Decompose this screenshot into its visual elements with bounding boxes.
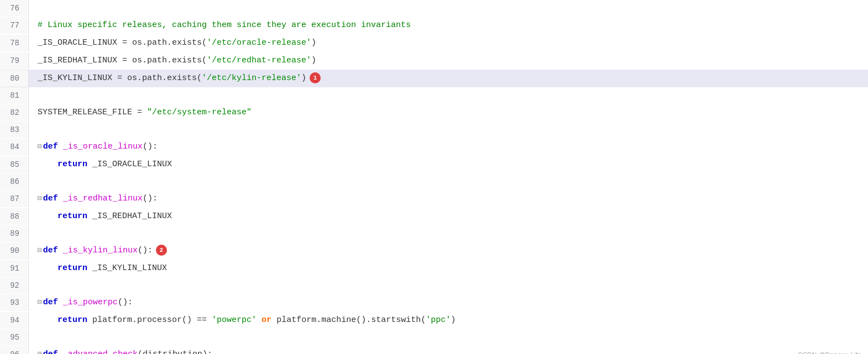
token: def (43, 346, 58, 354)
line-number: 85 (0, 156, 29, 173)
token: _IS_REDHAT_LINUX = os.path.exists( (38, 52, 207, 69)
token: 'powerpc' (212, 312, 257, 329)
line-number: 80 (0, 70, 29, 87)
token: _is_oracle_linux (63, 139, 143, 155)
token: SYSTEM_RELEASE_FILE = (38, 104, 147, 121)
token: _is_redhat_linux (63, 191, 143, 207)
code-line: 79_IS_REDHAT_LINUX = os.path.exists('/et… (0, 52, 868, 70)
token: platform.processor() == (87, 312, 212, 329)
line-number: 79 (0, 52, 29, 69)
code-line: 85 return _IS_ORACLE_LINUX (0, 156, 868, 173)
token (58, 294, 63, 311)
code-content: # Linux specific releases, caching them … (29, 17, 411, 34)
code-content: return platform.processor() == 'powerpc'… (29, 312, 456, 329)
line-number: 91 (0, 260, 29, 277)
token: return (57, 208, 87, 225)
code-content: ⊟def _advanced_check(distribution): (29, 346, 212, 354)
code-line: 78_IS_ORACLE_LINUX = os.path.exists('/et… (0, 34, 868, 52)
code-line: 93⊟def _is_powerpc(): (0, 294, 868, 311)
line-number: 81 (0, 87, 29, 104)
token: ) (311, 35, 316, 51)
token: def (43, 242, 58, 259)
code-line: 77# Linux specific releases, caching the… (0, 17, 868, 34)
token: '/etc/kylin-release' (202, 70, 301, 87)
code-line-empty: 92 (0, 277, 868, 294)
token: "/etc/system-release" (147, 104, 252, 121)
badge-indicator: 2 (156, 245, 167, 256)
token: ) (451, 312, 456, 329)
token: _IS_ORACLE_LINUX (87, 156, 172, 173)
line-number: 84 (0, 139, 29, 155)
code-content: return _IS_ORACLE_LINUX (29, 156, 172, 173)
token: _is_powerpc (63, 294, 118, 311)
fold-icon[interactable]: ⊟ (38, 139, 42, 155)
token: platform.machine().startswith( (271, 312, 426, 329)
code-line-empty: 76 (0, 0, 868, 17)
token: def (43, 294, 58, 311)
token: (): (118, 294, 133, 311)
code-content: _IS_REDHAT_LINUX = os.path.exists('/etc/… (29, 52, 316, 69)
line-number: 86 (0, 173, 29, 190)
code-line: 90⊟def _is_kylin_linux():2 (0, 242, 868, 260)
line-number: 90 (0, 242, 29, 259)
badge-indicator: 1 (310, 72, 321, 83)
token: (): (138, 242, 153, 259)
line-number: 93 (0, 294, 29, 311)
token: (distribution): (138, 346, 212, 354)
token: _IS_KYLIN_LINUX = os.path.exists( (38, 70, 202, 87)
code-line: 80_IS_KYLIN_LINUX = os.path.exists('/etc… (0, 70, 868, 87)
fold-icon[interactable]: ⊟ (38, 191, 42, 207)
code-line-empty: 81 (0, 87, 868, 104)
fold-icon[interactable]: ⊟ (38, 294, 42, 311)
token: (): (143, 139, 158, 155)
token: 'ppc' (426, 312, 451, 329)
code-line-empty: 83 (0, 121, 868, 138)
token: _IS_REDHAT_LINUX (87, 208, 172, 225)
code-line: 84⊟def _is_oracle_linux(): (0, 138, 868, 156)
fold-icon[interactable]: ⊟ (38, 346, 42, 354)
token (257, 312, 262, 329)
line-number: 94 (0, 312, 29, 329)
code-line-empty: 86 (0, 173, 868, 190)
line-number: 76 (0, 0, 29, 17)
code-line: 87⊟def _is_redhat_linux(): (0, 190, 868, 208)
token: def (43, 191, 58, 207)
token: return (57, 260, 87, 277)
line-number: 95 (0, 329, 29, 346)
line-number: 77 (0, 17, 29, 34)
token: ) (311, 52, 316, 69)
line-number: 82 (0, 104, 29, 121)
token: (): (143, 191, 158, 207)
token (58, 191, 63, 207)
code-line: 82SYSTEM_RELEASE_FILE = "/etc/system-rel… (0, 104, 868, 121)
token: _is_kylin_linux (63, 242, 138, 259)
code-content: return _IS_REDHAT_LINUX (29, 208, 172, 225)
token: return (57, 156, 87, 173)
code-content: SYSTEM_RELEASE_FILE = "/etc/system-relea… (29, 104, 252, 121)
line-number: 89 (0, 225, 29, 242)
token (38, 156, 57, 173)
token: ) (301, 70, 306, 87)
token (38, 312, 57, 329)
fold-icon[interactable]: ⊟ (38, 242, 42, 259)
token: or (262, 312, 271, 329)
token (38, 260, 57, 277)
code-line-empty: 95 (0, 329, 868, 346)
token: _IS_ORACLE_LINUX = os.path.exists( (38, 35, 207, 51)
token (58, 242, 63, 259)
token: return (57, 312, 87, 329)
token: '/etc/redhat-release' (207, 52, 311, 69)
code-content: _IS_ORACLE_LINUX = os.path.exists('/etc/… (29, 35, 316, 51)
token: def (43, 139, 58, 155)
code-content: ⊟def _is_kylin_linux():2 (29, 242, 167, 259)
code-content: _IS_KYLIN_LINUX = os.path.exists('/etc/k… (29, 70, 321, 87)
watermark-label: CSDN @Danger_Life (798, 351, 861, 354)
token: _advanced_check (63, 346, 138, 354)
code-line: 88 return _IS_REDHAT_LINUX (0, 208, 868, 225)
line-number: 92 (0, 277, 29, 294)
token (38, 208, 57, 225)
code-content: ⊟def _is_oracle_linux(): (29, 139, 158, 155)
code-content: ⊟def _is_redhat_linux(): (29, 191, 158, 207)
comment-text: # Linux specific releases, caching them … (38, 17, 411, 34)
token: _IS_KYLIN_LINUX (87, 260, 167, 277)
